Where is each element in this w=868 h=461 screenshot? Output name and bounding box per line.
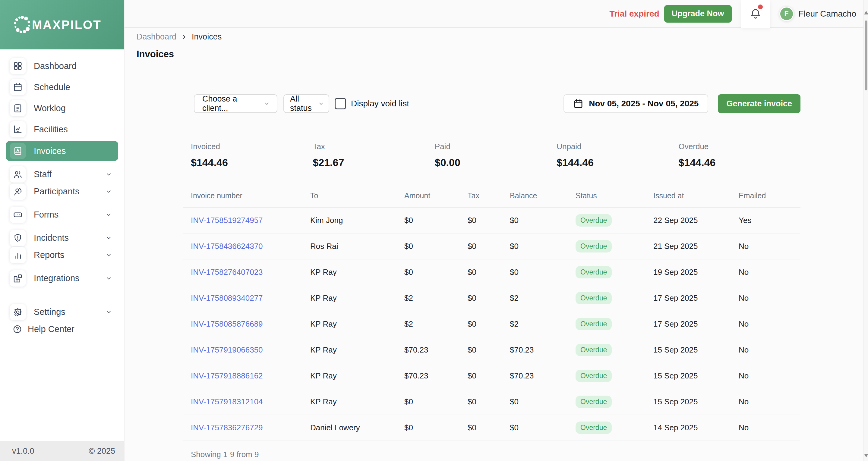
invoice-link[interactable]: INV-1757918312104: [191, 397, 263, 406]
upgrade-now-button[interactable]: Upgrade Now: [664, 5, 732, 23]
stat-label: Overdue: [679, 142, 801, 151]
avatar: F: [779, 7, 794, 21]
sidebar-item-facilities[interactable]: Facilities: [6, 120, 118, 139]
page-scrollbar[interactable]: [864, 0, 868, 461]
invoice-link[interactable]: INV-1758276407023: [191, 268, 263, 276]
topbar: Trial expired Upgrade Now F Fleur Camach…: [125, 0, 868, 28]
chevron-right-icon: [181, 34, 187, 40]
sidebar-item-incidents[interactable]: Incidents: [6, 229, 118, 246]
chevron-down-icon: [105, 252, 112, 259]
cell-balance: $0: [510, 389, 576, 415]
cell-amount: $0: [404, 415, 468, 441]
shield-alert-icon: [10, 230, 26, 246]
stat-unpaid: Unpaid$144.46: [557, 142, 678, 168]
cell-issued-at: 19 Sep 2025: [653, 259, 739, 285]
display-void-checkbox[interactable]: [335, 98, 346, 109]
maxpilot-logo[interactable]: MAXPILOT: [0, 0, 124, 50]
sidebar-item-label: Integrations: [34, 273, 80, 283]
cell-balance: $0: [510, 415, 576, 441]
table-row: INV-1757918312104KP Ray$0$0$0Overdue15 S…: [183, 389, 801, 415]
sidebar-item-reports[interactable]: Reports: [6, 246, 118, 264]
table-row: INV-1758436624370Ros Rai$0$0$0Overdue21 …: [183, 233, 801, 259]
notifications-button[interactable]: [741, 0, 770, 28]
invoice-link[interactable]: INV-1758085876689: [191, 319, 263, 328]
cell-issued-at: 22 Sep 2025: [653, 207, 739, 233]
stat-value: $144.46: [679, 157, 801, 168]
sidebar-item-settings[interactable]: Settings: [6, 303, 118, 321]
invoice-link[interactable]: INV-1757919066350: [191, 345, 263, 354]
trial-expired-text: Trial expired: [610, 9, 659, 19]
invoice-link[interactable]: INV-1758519274957: [191, 216, 263, 225]
date-range-value: Nov 05, 2025 - Nov 05, 2025: [589, 99, 699, 108]
sidebar-item-label: Facilities: [34, 125, 68, 134]
copyright: © 2025: [89, 447, 115, 456]
sidebar: MAXPILOT DashboardScheduleWorklogFacilit…: [0, 0, 125, 461]
client-select-value: Choose a client...: [202, 94, 264, 113]
invoice-link[interactable]: INV-1758436624370: [191, 242, 263, 251]
table-row: INV-1758089340277KP Ray$2$0$2Overdue17 S…: [183, 285, 801, 311]
cell-balance: $2: [510, 285, 576, 311]
notification-dot: [758, 4, 763, 9]
cell-tax: $0: [468, 207, 510, 233]
sidebar-nav: DashboardScheduleWorklogFacilitiesInvoic…: [0, 50, 124, 441]
cell-issued-at: 21 Sep 2025: [653, 233, 739, 259]
sidebar-item-dashboard[interactable]: Dashboard: [6, 57, 118, 75]
client-select[interactable]: Choose a client...: [194, 94, 277, 113]
breadcrumb: Dashboard Invoices: [136, 32, 868, 41]
cell-emailed: No: [739, 285, 801, 311]
table-row: INV-1758276407023KP Ray$0$0$0Overdue19 S…: [183, 259, 801, 285]
sidebar-item-staff[interactable]: Staff: [6, 166, 118, 183]
status-badge: Overdue: [576, 370, 612, 382]
cell-to: KP Ray: [310, 285, 404, 311]
sidebar-item-integrations[interactable]: Integrations: [6, 270, 118, 287]
scrollbar-down-arrow[interactable]: [864, 454, 868, 457]
main-area: Trial expired Upgrade Now F Fleur Camach…: [125, 0, 868, 461]
generate-invoice-button[interactable]: Generate invoice: [718, 94, 801, 113]
scrollbar-thumb[interactable]: [865, 21, 867, 90]
invoice-link[interactable]: INV-1757918886162: [191, 371, 263, 380]
cell-to: KP Ray: [310, 311, 404, 337]
date-range-button[interactable]: Nov 05, 2025 - Nov 05, 2025: [563, 94, 708, 113]
cell-balance: $70.23: [510, 337, 576, 363]
invoice-link[interactable]: INV-1758089340277: [191, 294, 263, 302]
scrollbar-up-arrow[interactable]: [864, 11, 868, 14]
breadcrumb-dashboard[interactable]: Dashboard: [136, 32, 176, 41]
cell-to: KP Ray: [310, 363, 404, 389]
user-menu[interactable]: F Fleur Camacho: [779, 7, 856, 21]
column-header: Status: [576, 190, 653, 207]
column-header: Balance: [510, 190, 576, 207]
cell-tax: $0: [468, 285, 510, 311]
sidebar-item-schedule[interactable]: Schedule: [6, 78, 118, 96]
cell-tax: $0: [468, 337, 510, 363]
status-badge: Overdue: [576, 422, 612, 434]
table-row: INV-1757919066350KP Ray$70.23$0$70.23Ove…: [183, 337, 801, 363]
participants-icon: [10, 184, 26, 200]
cell-emailed: No: [739, 363, 801, 389]
cell-issued-at: 17 Sep 2025: [653, 311, 739, 337]
calendar-icon: [573, 99, 583, 109]
breadcrumb-invoices: Invoices: [192, 32, 222, 41]
column-header: Issued at: [653, 190, 739, 207]
invoice-link[interactable]: INV-1757836276729: [191, 423, 263, 432]
cell-emailed: No: [739, 415, 801, 441]
column-header: Amount: [404, 190, 468, 207]
status-badge: Overdue: [576, 318, 612, 330]
sidebar-item-forms[interactable]: Forms: [6, 206, 118, 223]
sidebar-item-label: Dashboard: [34, 61, 76, 71]
pagination-summary: Showing 1-9 from 9: [183, 450, 801, 459]
column-header: Invoice number: [183, 190, 310, 207]
table-row: INV-1757836276729Daniel Lowery$0$0$0Over…: [183, 415, 801, 441]
cell-amount: $2: [404, 311, 468, 337]
cell-amount: $70.23: [404, 337, 468, 363]
status-select[interactable]: All status: [283, 94, 329, 113]
sidebar-item-label: Incidents: [34, 233, 69, 243]
sidebar-item-participants[interactable]: Participants: [6, 183, 118, 200]
dashboard-icon: [10, 58, 26, 74]
sidebar-item-label: Invoices: [34, 146, 66, 156]
cell-balance: $0: [510, 207, 576, 233]
sidebar-item-label: Help Center: [28, 324, 74, 334]
sidebar-item-worklog[interactable]: Worklog: [6, 99, 118, 118]
sidebar-item-invoices[interactable]: Invoices: [6, 141, 118, 161]
display-void-label: Display void list: [351, 99, 409, 108]
sidebar-item-help-center[interactable]: Help Center: [6, 321, 118, 338]
